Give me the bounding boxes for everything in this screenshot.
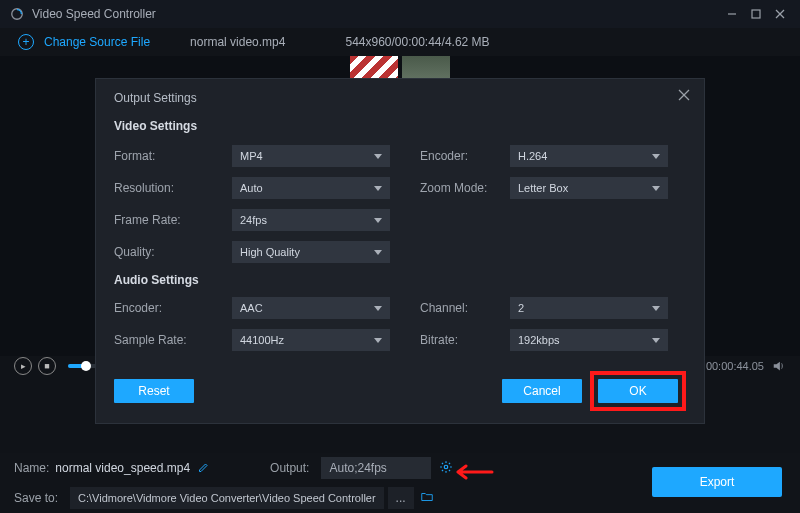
zoom-mode-select[interactable]: Letter Box	[510, 177, 668, 199]
chevron-down-icon	[374, 186, 382, 191]
bitrate-label: Bitrate:	[420, 333, 510, 347]
output-settings-gear-icon[interactable]	[439, 460, 453, 477]
change-source-link[interactable]: Change Source File	[44, 35, 150, 49]
output-preset-select[interactable]: Auto;24fps	[321, 457, 431, 479]
encoder-label: Encoder:	[420, 149, 510, 163]
quality-select[interactable]: High Quality	[232, 241, 390, 263]
chevron-down-icon	[374, 338, 382, 343]
dialog-title: Output Settings	[114, 91, 686, 105]
export-button[interactable]: Export	[652, 467, 782, 497]
video-encoder-select[interactable]: H.264	[510, 145, 668, 167]
open-folder-icon[interactable]	[420, 490, 434, 507]
samplerate-label: Sample Rate:	[114, 333, 232, 347]
duration-readout: 00:00:44.05	[706, 360, 764, 372]
chevron-down-icon	[374, 154, 382, 159]
source-meta: 544x960/00:00:44/4.62 MB	[345, 35, 489, 49]
resolution-select[interactable]: Auto	[232, 177, 390, 199]
ok-button-highlight: OK	[590, 371, 686, 411]
minimize-button[interactable]	[722, 4, 742, 24]
channel-select[interactable]: 2	[510, 297, 668, 319]
samplerate-select[interactable]: 44100Hz	[232, 329, 390, 351]
source-filename: normal video.mp4	[190, 35, 285, 49]
format-label: Format:	[114, 149, 232, 163]
chevron-down-icon	[374, 306, 382, 311]
chevron-down-icon	[374, 218, 382, 223]
progress-slider[interactable]	[68, 364, 98, 368]
volume-icon[interactable]	[772, 359, 786, 373]
output-name-value: normal video_speed.mp4	[55, 461, 190, 475]
svg-point-5	[445, 465, 449, 469]
browse-path-button[interactable]: ...	[388, 487, 414, 509]
cancel-button[interactable]: Cancel	[502, 379, 582, 403]
chevron-down-icon	[374, 250, 382, 255]
audio-settings-heading: Audio Settings	[114, 273, 686, 287]
resolution-label: Resolution:	[114, 181, 232, 195]
dialog-close-icon[interactable]	[678, 89, 690, 104]
app-logo-icon	[10, 7, 24, 21]
reset-button[interactable]: Reset	[114, 379, 194, 403]
channel-label: Channel:	[420, 301, 510, 315]
format-select[interactable]: MP4	[232, 145, 390, 167]
bitrate-select[interactable]: 192kbps	[510, 329, 668, 351]
video-settings-heading: Video Settings	[114, 119, 686, 133]
stop-button[interactable]: ■	[38, 357, 56, 375]
chevron-down-icon	[652, 338, 660, 343]
play-button[interactable]: ▸	[14, 357, 32, 375]
saveto-label: Save to:	[14, 491, 58, 505]
framerate-select[interactable]: 24fps	[232, 209, 390, 231]
saveto-path[interactable]: C:\Vidmore\Vidmore Video Converter\Video…	[70, 487, 384, 509]
output-settings-dialog: Output Settings Video Settings Format: M…	[95, 78, 705, 424]
svg-rect-2	[752, 10, 760, 18]
output-label: Output:	[270, 461, 309, 475]
name-label: Name:	[14, 461, 49, 475]
framerate-label: Frame Rate:	[114, 213, 232, 227]
audio-encoder-label: Encoder:	[114, 301, 232, 315]
zoom-label: Zoom Mode:	[420, 181, 510, 195]
ok-button[interactable]: OK	[598, 379, 678, 403]
add-source-icon[interactable]: +	[18, 34, 34, 50]
maximize-button[interactable]	[746, 4, 766, 24]
audio-encoder-select[interactable]: AAC	[232, 297, 390, 319]
chevron-down-icon	[652, 306, 660, 311]
svg-point-0	[12, 9, 23, 20]
chevron-down-icon	[652, 186, 660, 191]
output-preset-value: Auto;24fps	[329, 461, 386, 475]
app-title: Video Speed Controller	[32, 7, 156, 21]
edit-name-icon[interactable]	[198, 461, 210, 476]
annotation-arrow-icon	[456, 462, 494, 482]
close-button[interactable]	[770, 4, 790, 24]
quality-label: Quality:	[114, 245, 232, 259]
chevron-down-icon	[652, 154, 660, 159]
